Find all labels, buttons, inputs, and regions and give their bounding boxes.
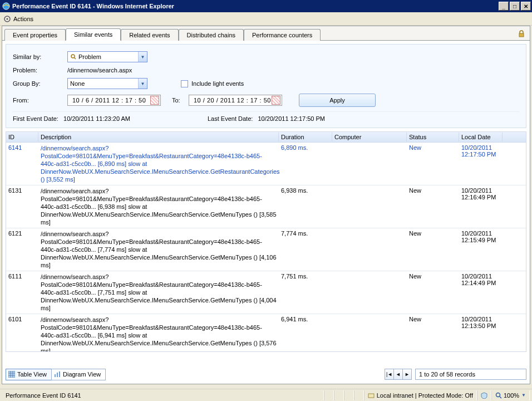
cell-local-date: 10/20/2011 12:14:49 PM xyxy=(459,273,503,312)
lock-icon xyxy=(518,30,525,38)
col-status[interactable]: Status xyxy=(407,133,459,141)
calendar-icon[interactable] xyxy=(150,96,159,105)
svg-rect-14 xyxy=(368,394,374,398)
tab-related-events[interactable]: Related events xyxy=(121,29,178,41)
nav-next-button[interactable]: ► xyxy=(402,369,412,380)
security-zone: Local intranet | Protected Mode: Off xyxy=(364,390,477,400)
table-icon xyxy=(8,371,15,378)
svg-rect-12 xyxy=(57,373,58,377)
last-event-value: 10/20/2011 12:17:50 PM xyxy=(258,115,325,122)
cell-local-date: 10/20/2011 12:13:50 PM xyxy=(459,316,503,352)
cell-computer xyxy=(332,273,407,312)
cell-duration: 7,774 ms. xyxy=(279,230,332,269)
minimize-button[interactable]: _ xyxy=(499,2,509,11)
table-row[interactable]: 6111/dinnernow/search.aspx?PostalCode=98… xyxy=(6,271,526,314)
similar-by-combo[interactable]: Problem ▼ xyxy=(67,51,147,62)
maximize-button[interactable]: □ xyxy=(510,2,520,11)
calendar-icon[interactable] xyxy=(272,96,280,105)
group-by-value: None xyxy=(70,80,138,87)
svg-rect-11 xyxy=(55,374,56,377)
cell-duration: 7,751 ms. xyxy=(279,273,332,312)
tab-bar: Event properties Similar events Related … xyxy=(2,26,530,41)
table-row[interactable]: 6131/dinnernow/search.aspx?PostalCode=98… xyxy=(6,185,526,228)
svg-rect-13 xyxy=(59,371,60,377)
col-description[interactable]: Description xyxy=(38,133,279,141)
diagram-view-tab[interactable]: Diagram View xyxy=(51,369,106,380)
chevron-down-icon: ▼ xyxy=(138,79,147,89)
svg-line-16 xyxy=(500,397,501,398)
cell-computer xyxy=(332,230,407,269)
table-row[interactable]: 6141/dinnernow/search.aspx?PostalCode=98… xyxy=(6,143,526,185)
cell-description: /dinnernow/search.aspx?PostalCode=98101&… xyxy=(38,144,279,183)
shield-icon xyxy=(481,392,487,399)
zone-text: Local intranet | Protected Mode: Off xyxy=(377,392,473,399)
svg-rect-3 xyxy=(519,33,524,37)
cell-id: 6101 xyxy=(6,316,38,352)
cell-local-date: 10/20/2011 12:16:49 PM xyxy=(459,187,503,226)
window-titlebar: Performance Event ID 6141 - Windows Inte… xyxy=(0,0,532,12)
ie-logo-icon xyxy=(2,2,10,10)
svg-rect-6 xyxy=(8,371,15,378)
search-icon xyxy=(70,53,77,60)
status-sep xyxy=(344,390,354,400)
internet-zone-icon xyxy=(368,392,375,399)
tab-event-properties[interactable]: Event properties xyxy=(4,29,66,41)
nav-first-button[interactable]: |◄ xyxy=(385,369,394,380)
problem-value: /dinnernow/search.aspx xyxy=(67,67,132,74)
table-row[interactable]: 6121/dinnernow/search.aspx?PostalCode=98… xyxy=(6,228,526,271)
zoom-cell[interactable]: 100% ▼ xyxy=(491,390,530,400)
cell-status: New xyxy=(407,273,459,312)
window-title: Performance Event ID 6141 - Windows Inte… xyxy=(12,3,497,9)
apply-button[interactable]: Apply xyxy=(299,94,376,107)
actions-gear-icon[interactable] xyxy=(3,15,11,23)
filter-panel: Similar by: Problem ▼ Problem: /dinnerno… xyxy=(6,44,526,128)
tab-performance-counters[interactable]: Performance counters xyxy=(244,29,321,41)
barchart-icon xyxy=(54,371,61,378)
cell-id: 6121 xyxy=(6,230,38,269)
record-count: 1 to 20 of 58 records xyxy=(415,369,526,380)
include-light-checkbox[interactable] xyxy=(181,80,188,87)
status-sep xyxy=(334,390,344,400)
cell-computer xyxy=(332,316,407,352)
cell-description: /dinnernow/search.aspx?PostalCode=98101&… xyxy=(38,273,279,312)
col-duration[interactable]: Duration xyxy=(279,133,332,141)
to-date-input[interactable]: 10 / 20 / 2011 12 : 17 : 50 xyxy=(189,95,282,106)
last-event-label: Last Event Date: xyxy=(208,115,253,122)
zoom-value: 100% xyxy=(504,392,519,399)
tab-distributed-chains[interactable]: Distributed chains xyxy=(179,29,244,41)
cell-id: 6141 xyxy=(6,144,38,183)
actions-menu[interactable]: Actions xyxy=(13,16,33,22)
from-label: From: xyxy=(13,97,67,104)
first-event-label: First Event Date: xyxy=(13,115,58,122)
to-label: To: xyxy=(172,97,189,104)
table-view-tab[interactable]: Table View xyxy=(6,369,52,380)
view-footer: Table View Diagram View |◄ ◄ ► 1 to 20 o… xyxy=(6,368,526,380)
from-date-value: 10 / 6 / 2011 12 : 17 : 50 xyxy=(72,97,146,104)
col-local-date[interactable]: Local Date xyxy=(459,133,503,141)
tab-similar-events[interactable]: Similar events xyxy=(66,28,121,41)
first-event-value: 10/20/2011 11:23:20 AM xyxy=(63,115,130,122)
svg-point-4 xyxy=(71,55,75,58)
table-row[interactable]: 6101/dinnernow/search.aspx?PostalCode=98… xyxy=(6,314,526,352)
svg-point-2 xyxy=(7,18,8,19)
apply-label: Apply xyxy=(329,97,345,104)
content-area: Event properties Similar events Related … xyxy=(2,26,530,384)
cell-status: New xyxy=(407,144,459,183)
cell-description: /dinnernow/search.aspx?PostalCode=98101&… xyxy=(38,316,279,352)
problem-label: Problem: xyxy=(13,67,67,74)
col-id[interactable]: ID xyxy=(6,133,38,141)
cell-description: /dinnernow/search.aspx?PostalCode=98101&… xyxy=(38,187,279,226)
svg-line-5 xyxy=(75,58,76,60)
nav-prev-button[interactable]: ◄ xyxy=(393,369,403,380)
grid-body[interactable]: 6141/dinnernow/search.aspx?PostalCode=98… xyxy=(6,143,526,352)
from-date-input[interactable]: 10 / 6 / 2011 12 : 17 : 50 xyxy=(67,95,161,106)
cell-local-date: 10/20/2011 12:17:50 PM xyxy=(459,144,503,183)
cell-duration: 6,890 ms. xyxy=(279,144,332,183)
cell-description: /dinnernow/search.aspx?PostalCode=98101&… xyxy=(38,230,279,269)
col-computer[interactable]: Computer xyxy=(332,133,407,141)
close-button[interactable]: ✕ xyxy=(521,2,531,11)
group-by-combo[interactable]: None ▼ xyxy=(67,78,147,89)
status-sep xyxy=(324,390,334,400)
similar-by-label: Similar by: xyxy=(13,53,67,60)
status-main: Performance Event ID 6141 xyxy=(2,390,324,400)
